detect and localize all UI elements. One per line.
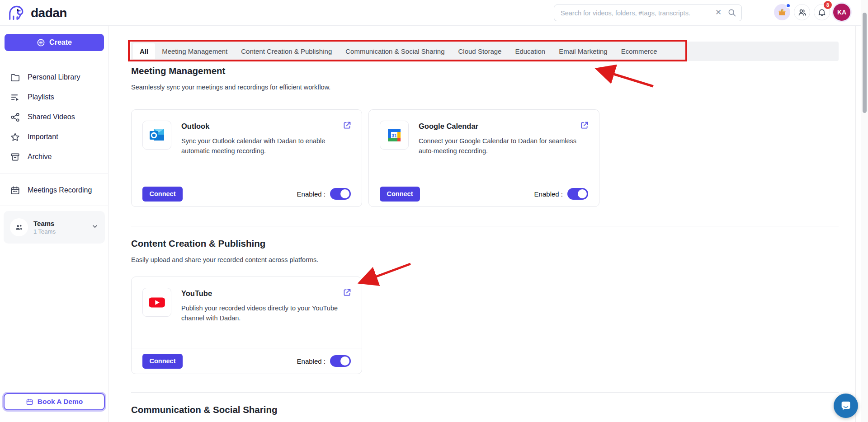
- youtube-icon: [147, 293, 166, 312]
- tab-meeting-management[interactable]: Meeting Management: [155, 43, 234, 59]
- section-title-communication: Communication & Social Sharing: [131, 404, 278, 415]
- teams-selector[interactable]: Teams 1 Teams: [4, 211, 105, 244]
- card-footer: Connect Enabled :: [132, 181, 362, 206]
- tab-ecommerce[interactable]: Ecommerce: [614, 43, 664, 59]
- toggle-knob: [340, 189, 349, 198]
- sidebar: Create Personal Library Playlists Shared…: [0, 26, 108, 422]
- teams-people-icon: [14, 223, 24, 232]
- category-tabbar: AllMeeting ManagementContent Creation & …: [131, 42, 839, 61]
- bell-icon: [817, 8, 826, 17]
- sidebar-item-label: Playlists: [28, 93, 54, 101]
- book-demo-label: Book A Demo: [38, 398, 83, 406]
- sidebar-item-personal-library[interactable]: Personal Library: [0, 67, 108, 87]
- sidebar-divider: [0, 173, 108, 174]
- card-title: Outlook: [181, 122, 209, 131]
- connect-button[interactable]: Connect: [142, 354, 183, 369]
- youtube-logo-tile: [142, 288, 171, 317]
- section-divider: [131, 392, 839, 393]
- google-calendar-icon: 31: [385, 126, 403, 144]
- page-scrollbar: [861, 0, 868, 422]
- card-description: Publish your recorded videos directly to…: [181, 303, 340, 324]
- plus-circle-icon: [37, 38, 45, 47]
- gift-box-icon: [778, 8, 787, 17]
- playlist-icon: [10, 92, 20, 103]
- outlook-icon: [148, 126, 166, 144]
- chevron-down-icon: [91, 223, 99, 232]
- integration-card-google-calendar: 31 Google Calendar Connect your Google C…: [368, 109, 599, 207]
- card-footer: Connect Enabled :: [132, 348, 362, 374]
- search-clear-icon[interactable]: ✕: [714, 8, 723, 17]
- calendar-icon: [26, 398, 33, 406]
- enabled-toggle[interactable]: [330, 355, 351, 367]
- main-content: AllMeeting ManagementContent Creation & …: [108, 26, 856, 422]
- elephant-logo-icon: [7, 4, 27, 23]
- section-title-meeting-management: Meeting Management: [131, 66, 225, 76]
- enabled-toggle[interactable]: [330, 188, 351, 200]
- tab-cloud-storage[interactable]: Cloud Storage: [452, 43, 509, 59]
- teams-avatar: [10, 218, 28, 236]
- tab-education[interactable]: Education: [508, 43, 552, 59]
- chat-widget-button[interactable]: [834, 394, 858, 418]
- logo-wordmark: dadan: [31, 6, 67, 20]
- sidebar-item-label: Archive: [28, 153, 52, 161]
- sidebar-item-meetings-recording[interactable]: Meetings Recording: [0, 180, 108, 200]
- connect-button[interactable]: Connect: [380, 187, 420, 202]
- card-title: YouTube: [181, 289, 212, 298]
- enabled-label: Enabled :: [297, 357, 326, 365]
- tab-all[interactable]: All: [133, 43, 155, 59]
- card-footer: Connect Enabled :: [369, 181, 599, 206]
- search-icon[interactable]: [727, 8, 736, 19]
- external-link-icon[interactable]: [342, 288, 352, 299]
- enabled-toggle[interactable]: [567, 188, 588, 200]
- sidebar-item-label: Shared Videos: [28, 113, 75, 121]
- create-button-label: Create: [49, 38, 72, 47]
- star-icon: [10, 132, 20, 142]
- card-description: Sync your Outlook calendar with Dadan to…: [181, 136, 340, 156]
- integration-card-youtube: YouTube Publish your recorded videos dir…: [131, 277, 362, 374]
- sidebar-divider: [0, 206, 108, 206]
- section-title-content-creation: Content Creation & Publishing: [131, 238, 265, 249]
- section-subtitle-meeting-management: Seamlessly sync your meetings and record…: [131, 84, 330, 91]
- gift-notification-dot: [786, 3, 791, 8]
- create-button[interactable]: Create: [5, 34, 104, 51]
- tab-email-marketing[interactable]: Email Marketing: [552, 43, 614, 59]
- enabled-label: Enabled :: [534, 190, 563, 198]
- sidebar-item-label: Meetings Recording: [28, 186, 92, 194]
- calendar-icon: [10, 185, 20, 196]
- global-search: ✕: [554, 5, 742, 21]
- user-avatar[interactable]: KA: [833, 4, 850, 21]
- tab-communication-social-sharing[interactable]: Communication & Social Sharing: [339, 43, 451, 59]
- scrollbar-thumb[interactable]: [863, 13, 867, 113]
- share-nodes-icon: [10, 112, 20, 122]
- google-calendar-logo-tile: 31: [380, 121, 409, 150]
- sidebar-item-label: Important: [28, 133, 58, 141]
- enabled-label: Enabled :: [297, 190, 326, 198]
- members-button[interactable]: [794, 4, 810, 20]
- toggle-knob: [340, 356, 349, 366]
- sidebar-item-playlists[interactable]: Playlists: [0, 87, 108, 107]
- card-title: Google Calendar: [419, 122, 478, 131]
- top-header: dadan ✕ 8 KA: [0, 0, 868, 26]
- archive-icon: [10, 152, 20, 162]
- section-divider: [131, 226, 839, 226]
- chat-bubble-icon: [839, 399, 853, 413]
- tab-content-creation-publishing[interactable]: Content Creation & Publishing: [234, 43, 339, 59]
- teams-text: Teams 1 Teams: [33, 220, 56, 235]
- section-subtitle-content-creation: Easily upload and share your recorded co…: [131, 256, 318, 263]
- notification-count-badge: 8: [824, 1, 832, 9]
- external-link-icon[interactable]: [580, 121, 589, 132]
- outlook-logo-tile: [142, 121, 171, 150]
- card-description: Connect your Google Calendar to Dadan fo…: [419, 136, 578, 156]
- sidebar-item-archive[interactable]: Archive: [0, 147, 108, 167]
- toggle-knob: [578, 189, 587, 198]
- connect-button[interactable]: Connect: [142, 187, 183, 202]
- book-a-demo-button[interactable]: Book A Demo: [4, 393, 105, 410]
- dadan-logo[interactable]: dadan: [7, 4, 67, 23]
- sidebar-item-shared-videos[interactable]: Shared Videos: [0, 107, 108, 127]
- sidebar-divider: [0, 58, 108, 58]
- teams-count: 1 Teams: [33, 228, 56, 235]
- external-link-icon[interactable]: [342, 121, 352, 132]
- sidebar-item-label: Personal Library: [28, 73, 80, 81]
- sidebar-item-important[interactable]: Important: [0, 127, 108, 147]
- folder-icon: [10, 72, 20, 83]
